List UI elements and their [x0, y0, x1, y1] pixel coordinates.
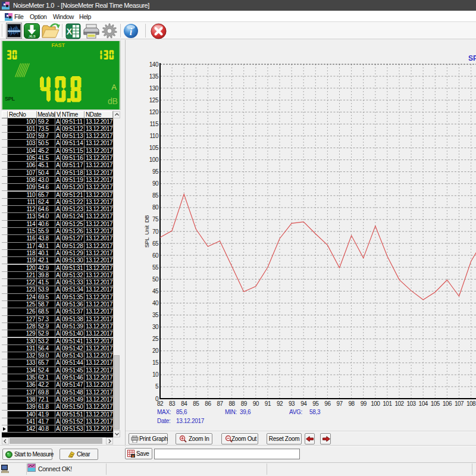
svg-text:91: 91	[265, 400, 271, 407]
svg-text:125: 125	[149, 97, 159, 104]
svg-text:SPL: SPL	[468, 54, 476, 62]
svg-text:115: 115	[150, 121, 159, 127]
svg-text:A: A	[111, 83, 117, 92]
svg-text:58,3: 58,3	[309, 409, 321, 415]
svg-text:130: 130	[149, 85, 159, 92]
svg-text:108: 108	[466, 400, 476, 407]
svg-text:94: 94	[300, 400, 307, 407]
svg-text:i: i	[130, 27, 133, 37]
svg-text:104: 104	[419, 400, 428, 407]
svg-text:106: 106	[443, 400, 452, 407]
svg-text:99: 99	[361, 400, 367, 407]
svg-text:30: 30	[152, 324, 159, 330]
svg-text:90: 90	[253, 400, 259, 407]
svg-text:MIN:: MIN:	[225, 409, 237, 415]
svg-text:85: 85	[152, 192, 159, 199]
svg-text:97: 97	[336, 400, 343, 407]
svg-text:135: 135	[149, 73, 159, 80]
svg-text:96: 96	[324, 400, 331, 407]
svg-text:90: 90	[152, 180, 159, 187]
svg-text:FAST: FAST	[52, 42, 65, 48]
svg-text:107: 107	[455, 400, 464, 407]
svg-text:X: X	[67, 27, 73, 36]
svg-text:87: 87	[217, 400, 223, 407]
svg-text:25: 25	[152, 336, 159, 342]
svg-text:SPL: SPL	[5, 96, 15, 102]
svg-text:88: 88	[229, 400, 236, 407]
svg-text:5: 5	[155, 383, 159, 390]
svg-text:89: 89	[241, 400, 248, 407]
svg-text:dB: dB	[108, 96, 118, 106]
svg-text:13.12.2017: 13.12.2017	[176, 418, 205, 424]
svg-text:83: 83	[169, 400, 176, 407]
svg-text:45: 45	[152, 288, 159, 295]
svg-text:80: 80	[152, 204, 159, 211]
svg-text:20: 20	[152, 347, 159, 354]
svg-text:82: 82	[157, 400, 164, 407]
svg-text:50: 50	[152, 276, 159, 283]
svg-text:55: 55	[152, 264, 159, 271]
svg-text:35: 35	[152, 312, 159, 318]
svg-text:65: 65	[152, 240, 159, 247]
svg-text:103: 103	[407, 400, 416, 407]
svg-text:40: 40	[152, 300, 159, 306]
svg-text:95: 95	[312, 400, 319, 407]
svg-text:101: 101	[383, 400, 392, 407]
svg-text:95: 95	[152, 168, 159, 175]
svg-text:85: 85	[193, 400, 199, 407]
svg-text:98: 98	[349, 400, 355, 407]
svg-text:SPL Unit DB: SPL Unit DB	[143, 215, 150, 248]
svg-text:105: 105	[149, 145, 159, 151]
svg-text:93: 93	[289, 400, 295, 407]
svg-text:140: 140	[149, 61, 159, 68]
svg-text:70: 70	[152, 228, 159, 235]
svg-text:AVG:: AVG:	[289, 409, 302, 415]
svg-text:100: 100	[149, 156, 159, 163]
svg-text:.XLS: .XLS	[28, 35, 36, 38]
svg-text:86: 86	[205, 400, 211, 407]
svg-text:102: 102	[394, 400, 404, 407]
svg-text:39,6: 39,6	[240, 409, 251, 415]
svg-text:120: 120	[149, 109, 159, 115]
svg-text:105: 105	[431, 400, 440, 407]
svg-text:60: 60	[152, 252, 159, 259]
svg-text:MAX:: MAX:	[157, 409, 171, 415]
svg-text:15: 15	[152, 359, 159, 366]
svg-text:92: 92	[277, 400, 283, 407]
svg-text:10: 10	[152, 371, 159, 378]
svg-text:84: 84	[181, 400, 187, 407]
svg-text:100: 100	[371, 400, 380, 407]
svg-text:Date:: Date:	[157, 418, 170, 424]
svg-text:85,6: 85,6	[176, 409, 187, 415]
svg-text:110: 110	[150, 133, 159, 139]
svg-text:75: 75	[152, 216, 159, 223]
